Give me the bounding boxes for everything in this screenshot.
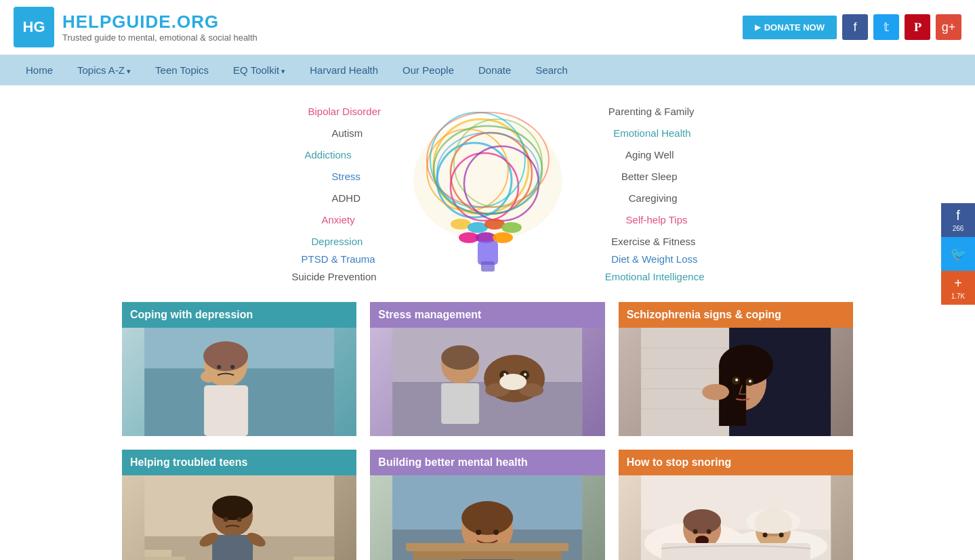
card-4-title: Helping troubled teens <box>122 450 356 475</box>
topic-suicide[interactable]: Suicide Prevention <box>292 271 377 282</box>
topic-adhd[interactable]: ADHD <box>332 192 361 204</box>
topic-selfhelp[interactable]: Self-help Tips <box>626 214 688 225</box>
card-schizophrenia[interactable]: Schizophrenia signs & coping <box>619 302 853 436</box>
topic-caregiving[interactable]: Caregiving <box>629 192 678 204</box>
svg-point-62 <box>224 517 228 522</box>
topic-diet[interactable]: Diet & Weight Loss <box>611 253 697 265</box>
nav-harvard-health[interactable]: Harvard Health <box>297 55 390 85</box>
topic-anxiety[interactable]: Anxiety <box>322 214 355 225</box>
svg-rect-64 <box>212 535 253 560</box>
twitter-header-button[interactable]: 𝕥 <box>873 14 899 40</box>
card-3-title: Schizophrenia signs & coping <box>619 302 853 328</box>
svg-point-26 <box>217 365 221 369</box>
svg-rect-24 <box>204 385 248 436</box>
nav-topics-az-dropdown[interactable]: Topics A-Z <box>65 55 143 85</box>
facebook-sidebar-icon: f <box>956 208 960 223</box>
topic-sleep[interactable]: Better Sleep <box>621 171 678 182</box>
svg-point-94 <box>762 533 767 538</box>
card-6-image <box>619 475 853 560</box>
card-5-title: Building better mental health <box>370 450 604 475</box>
svg-point-42 <box>499 374 526 390</box>
svg-point-56 <box>749 380 751 383</box>
site-title: HELPGUIDE.ORG <box>62 12 257 33</box>
topic-parenting[interactable]: Parenting & Family <box>608 106 694 117</box>
card-2-title: Stress management <box>370 302 604 328</box>
card-6-title: How to stop snoring <box>619 450 853 475</box>
topic-eq[interactable]: Emotional Intelligence <box>605 271 705 282</box>
svg-point-63 <box>237 517 242 522</box>
logo-text: HELPGUIDE.ORG Trusted guide to mental, e… <box>62 12 257 43</box>
googleplus-header-button[interactable]: g+ <box>936 14 961 40</box>
header-right: DONATE NOW f 𝕥 𝐏 g+ <box>743 14 961 40</box>
svg-rect-68 <box>144 557 185 560</box>
site-tagline: Trusted guide to mental, emotional & soc… <box>62 33 257 43</box>
card-coping-depression[interactable]: Coping with depression <box>122 302 356 436</box>
nav-teen-topics[interactable]: Teen Topics <box>143 55 221 85</box>
facebook-header-button[interactable]: f <box>842 14 868 40</box>
cards-grid: Coping with depression Stress management <box>0 288 975 560</box>
twitter-sidebar-button[interactable]: 🐦 <box>941 237 975 271</box>
topic-aging[interactable]: Aging Well <box>625 149 673 160</box>
main-nav: Home Topics A-Z Teen Topics EQ Toolkit H… <box>0 55 975 85</box>
svg-point-88 <box>692 530 697 534</box>
svg-point-40 <box>524 373 526 376</box>
brain-image <box>393 92 583 282</box>
header: HG HELPGUIDE.ORG Trusted guide to mental… <box>0 0 975 55</box>
svg-point-95 <box>779 533 783 538</box>
svg-rect-32 <box>441 383 479 424</box>
svg-point-57 <box>702 384 729 400</box>
nav-eq-toolkit-dropdown[interactable]: EQ Toolkit <box>221 55 297 85</box>
svg-rect-80 <box>406 543 568 551</box>
plus-sidebar-icon: + <box>954 276 962 291</box>
nav-donate[interactable]: Donate <box>466 55 523 85</box>
topic-bipolar[interactable]: Bipolar Disorder <box>308 106 381 117</box>
svg-point-93 <box>746 509 800 534</box>
donate-now-button[interactable]: DONATE NOW <box>743 16 837 39</box>
card-5-image <box>370 475 604 560</box>
social-sidebar: f 266 🐦 + 1.7K <box>941 203 975 305</box>
plus-sidebar-button[interactable]: + 1.7K <box>941 271 975 305</box>
svg-point-89 <box>706 530 711 534</box>
topic-depression[interactable]: Depression <box>312 236 363 247</box>
svg-point-55 <box>735 379 738 381</box>
topic-autism[interactable]: Autism <box>332 127 363 139</box>
svg-rect-81 <box>413 551 562 559</box>
facebook-sidebar-button[interactable]: f 266 <box>941 203 975 237</box>
topic-exercise[interactable]: Exercise & Fitness <box>611 236 695 247</box>
svg-point-25 <box>203 341 248 371</box>
twitter-sidebar-icon: 🐦 <box>950 246 967 262</box>
svg-point-27 <box>230 365 234 369</box>
card-mental-health[interactable]: Building better mental health <box>370 450 604 560</box>
topic-addictions[interactable]: Addictions <box>305 149 352 160</box>
topic-ptsd[interactable]: PTSD & Trauma <box>302 253 375 265</box>
nav-search[interactable]: Search <box>523 55 580 85</box>
card-1-title: Coping with depression <box>122 302 356 328</box>
pinterest-header-button[interactable]: 𝐏 <box>905 14 930 40</box>
logo-area: HG HELPGUIDE.ORG Trusted guide to mental… <box>14 7 257 47</box>
topic-stress[interactable]: Stress <box>332 171 361 182</box>
card-troubled-teens[interactable]: Helping troubled teens <box>122 450 356 560</box>
nav-topics-az[interactable]: Topics A-Z <box>65 55 143 85</box>
nav-our-people[interactable]: Our People <box>390 55 466 85</box>
svg-rect-69 <box>144 550 171 557</box>
nav-home[interactable]: Home <box>14 55 65 85</box>
nav-eq-toolkit[interactable]: EQ Toolkit <box>221 55 297 85</box>
svg-point-87 <box>683 509 721 534</box>
svg-rect-20 <box>481 261 495 272</box>
card-stress-management[interactable]: Stress management <box>370 302 604 436</box>
brain-topics-section: Bipolar Disorder Autism Addictions Stres… <box>0 85 975 288</box>
card-2-image <box>370 328 604 436</box>
card-snoring[interactable]: How to stop snoring <box>619 450 853 560</box>
topic-emotional-health[interactable]: Emotional Health <box>613 127 690 139</box>
plus-count: 1.7K <box>951 293 966 300</box>
svg-point-78 <box>493 530 499 535</box>
card-4-image <box>122 475 356 560</box>
svg-point-12 <box>501 222 522 233</box>
facebook-count: 266 <box>953 225 964 232</box>
svg-point-33 <box>441 345 479 370</box>
svg-point-61 <box>212 496 253 520</box>
svg-rect-71 <box>293 557 334 560</box>
card-1-image <box>122 328 356 436</box>
svg-rect-19 <box>478 241 498 265</box>
svg-rect-44 <box>641 328 729 436</box>
